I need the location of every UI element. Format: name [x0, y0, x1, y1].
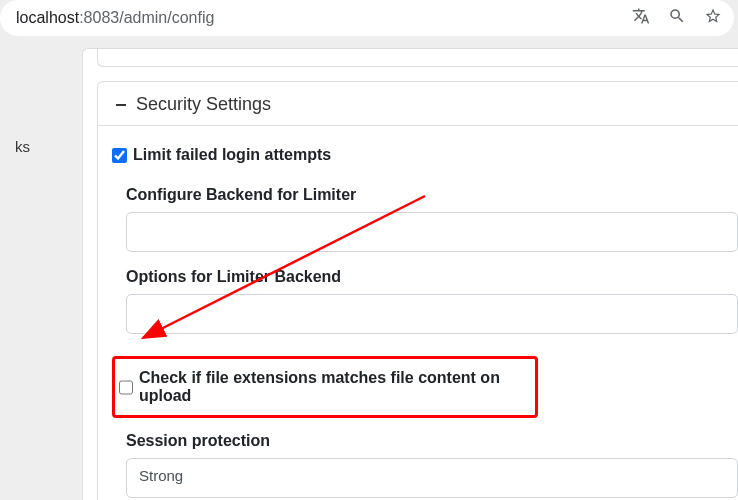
- check-extensions-label[interactable]: Check if file extensions matches file co…: [139, 369, 527, 405]
- limit-login-checkbox[interactable]: [112, 148, 127, 163]
- sidebar-fragment: ks: [0, 138, 30, 155]
- session-protection-select[interactable]: Strong: [126, 458, 738, 498]
- check-extensions-checkbox[interactable]: [119, 380, 133, 395]
- collapse-icon[interactable]: [114, 98, 128, 112]
- translate-icon[interactable]: [632, 7, 650, 29]
- zoom-icon[interactable]: [668, 7, 686, 29]
- configure-backend-group: Configure Backend for Limiter: [112, 186, 738, 252]
- address-bar-icons: [632, 7, 722, 29]
- previous-section-edge: [97, 49, 738, 67]
- section-header-security[interactable]: Security Settings: [97, 81, 738, 126]
- check-extensions-row: Check if file extensions matches file co…: [119, 369, 527, 405]
- url-text: localhost:8083/admin/config: [16, 9, 214, 27]
- limiter-options-input[interactable]: [126, 294, 738, 334]
- limit-login-row: Limit failed login attempts: [112, 144, 738, 170]
- highlight-annotation: Check if file extensions matches file co…: [112, 356, 538, 418]
- limit-login-label[interactable]: Limit failed login attempts: [133, 146, 331, 164]
- limiter-options-group: Options for Limiter Backend: [112, 268, 738, 334]
- section-title: Security Settings: [136, 94, 271, 115]
- star-icon[interactable]: [704, 7, 722, 29]
- session-protection-label: Session protection: [126, 432, 738, 450]
- session-protection-group: Session protection Strong: [112, 432, 738, 498]
- limiter-options-label: Options for Limiter Backend: [126, 268, 738, 286]
- config-panel: Security Settings Limit failed login att…: [82, 48, 738, 500]
- browser-address-bar[interactable]: localhost:8083/admin/config: [0, 0, 734, 36]
- configure-backend-label: Configure Backend for Limiter: [126, 186, 738, 204]
- security-form: Limit failed login attempts Configure Ba…: [97, 126, 738, 500]
- configure-backend-input[interactable]: [126, 212, 738, 252]
